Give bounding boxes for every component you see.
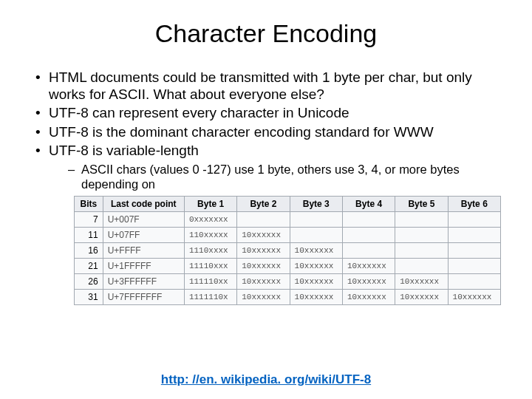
cell-byte: 10xxxxxx [237, 228, 290, 243]
cell-byte [395, 243, 448, 259]
cell-bits: 7 [75, 212, 103, 228]
cell-byte: 10xxxxxx [342, 290, 395, 305]
table-head: Bits Last code point Byte 1 Byte 2 Byte … [75, 197, 501, 212]
cell-byte: 10xxxxxx [290, 290, 342, 305]
col-cp: Last code point [103, 197, 184, 212]
table-row: 21 U+1FFFFF 11110xxx 10xxxxxx 10xxxxxx 1… [75, 259, 501, 274]
col-byte5: Byte 5 [395, 197, 448, 212]
sub-bullet-item: ASCII chars (values 0 -127) use 1 byte, … [68, 162, 502, 191]
table-header-row: Bits Last code point Byte 1 Byte 2 Byte … [75, 197, 501, 212]
slide: Character Encoding HTML documents could … [0, 0, 532, 399]
cell-byte [342, 243, 395, 259]
cell-byte [342, 212, 395, 228]
cell-byte: 10xxxxxx [395, 290, 448, 305]
bullet-item: UTF-8 can represent every character in U… [34, 104, 502, 121]
sub-bullet-list: ASCII chars (values 0 -127) use 1 byte, … [49, 162, 502, 191]
cell-byte: 10xxxxxx [395, 274, 448, 290]
bullet-list: HTML documents could be transmitted with… [21, 69, 511, 191]
table-row: 26 U+3FFFFFF 111110xx 10xxxxxx 10xxxxxx … [75, 274, 501, 290]
cell-bits: 26 [75, 274, 103, 290]
table-row: 31 U+7FFFFFFF 1111110x 10xxxxxx 10xxxxxx… [75, 290, 501, 305]
bullet-text: UTF-8 is variable-length [49, 143, 199, 158]
cell-byte [395, 259, 448, 274]
cell-bits: 16 [75, 243, 103, 259]
cell-byte [237, 212, 290, 228]
cell-cp: U+FFFF [103, 243, 184, 259]
cell-byte: 1110xxxx [184, 243, 236, 259]
source-line: http: //en. wikipedia. org/wiki/UTF-8 [0, 372, 532, 387]
page-title: Character Encoding [21, 19, 511, 48]
cell-byte: 1111110x [184, 290, 236, 305]
col-byte1: Byte 1 [184, 197, 236, 212]
cell-byte: 10xxxxxx [237, 259, 290, 274]
bullet-text: UTF-8 can represent every character in U… [49, 105, 349, 120]
col-byte6: Byte 6 [448, 197, 500, 212]
source-link[interactable]: http: //en. wikipedia. org/wiki/UTF-8 [161, 372, 371, 386]
cell-byte: 10xxxxxx [342, 274, 395, 290]
bullet-item: UTF-8 is variable-length ASCII chars (va… [34, 142, 502, 191]
table-row: 7 U+007F 0xxxxxxx [75, 212, 501, 228]
cell-byte: 10xxxxxx [290, 274, 342, 290]
cell-cp: U+3FFFFFF [103, 274, 184, 290]
cell-bits: 21 [75, 259, 103, 274]
col-byte3: Byte 3 [290, 197, 342, 212]
cell-byte [448, 228, 500, 243]
bullet-item: HTML documents could be transmitted with… [34, 69, 502, 103]
cell-byte [448, 274, 500, 290]
cell-byte [395, 212, 448, 228]
bullet-item: UTF-8 is the dominant character encoding… [34, 123, 502, 140]
cell-cp: U+1FFFFF [103, 259, 184, 274]
table-row: 16 U+FFFF 1110xxxx 10xxxxxx 10xxxxxx [75, 243, 501, 259]
cell-byte: 11110xxx [184, 259, 236, 274]
cell-byte: 10xxxxxx [290, 259, 342, 274]
cell-bits: 11 [75, 228, 103, 243]
cell-byte: 110xxxxx [184, 228, 236, 243]
cell-byte: 10xxxxxx [237, 290, 290, 305]
cell-byte: 111110xx [184, 274, 236, 290]
cell-byte: 10xxxxxx [237, 274, 290, 290]
cell-cp: U+7FFFFFFF [103, 290, 184, 305]
bullet-text: UTF-8 is the dominant character encoding… [49, 124, 434, 140]
cell-byte: 10xxxxxx [290, 243, 342, 259]
col-byte2: Byte 2 [237, 197, 290, 212]
cell-byte: 10xxxxxx [342, 259, 395, 274]
cell-byte [448, 259, 500, 274]
cell-byte [395, 228, 448, 243]
cell-byte [290, 228, 342, 243]
cell-byte: 10xxxxxx [448, 290, 500, 305]
cell-byte [448, 243, 500, 259]
utf8-table-wrap: Bits Last code point Byte 1 Byte 2 Byte … [74, 196, 501, 305]
table-body: 7 U+007F 0xxxxxxx 11 U+07FF 110xxxxx 10x… [75, 212, 501, 305]
cell-bits: 31 [75, 290, 103, 305]
cell-cp: U+07FF [103, 228, 184, 243]
bullet-text: HTML documents could be transmitted with… [49, 69, 472, 102]
table-row: 11 U+07FF 110xxxxx 10xxxxxx [75, 228, 501, 243]
cell-byte [342, 228, 395, 243]
cell-byte [290, 212, 342, 228]
utf8-table: Bits Last code point Byte 1 Byte 2 Byte … [74, 196, 501, 305]
cell-byte: 0xxxxxxx [184, 212, 236, 228]
col-byte4: Byte 4 [342, 197, 395, 212]
col-bits: Bits [75, 197, 103, 212]
sub-bullet-text: ASCII chars (values 0 -127) use 1 byte, … [81, 163, 460, 191]
cell-cp: U+007F [103, 212, 184, 228]
cell-byte: 10xxxxxx [237, 243, 290, 259]
cell-byte [448, 212, 500, 228]
